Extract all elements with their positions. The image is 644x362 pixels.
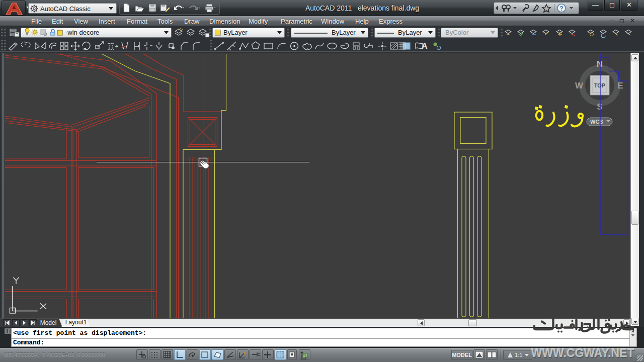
svg-text:1:1: 1:1 [515, 352, 522, 358]
svg-text:S: S [597, 102, 602, 112]
svg-text:N: N [597, 59, 603, 69]
svg-text:?: ? [559, 5, 563, 12]
svg-text:WCS: WCS [590, 119, 603, 125]
svg-text:TOP: TOP [594, 82, 605, 88]
svg-text:W: W [575, 81, 584, 90]
svg-text:E: E [617, 81, 623, 90]
svg-text:A: A [422, 42, 428, 50]
